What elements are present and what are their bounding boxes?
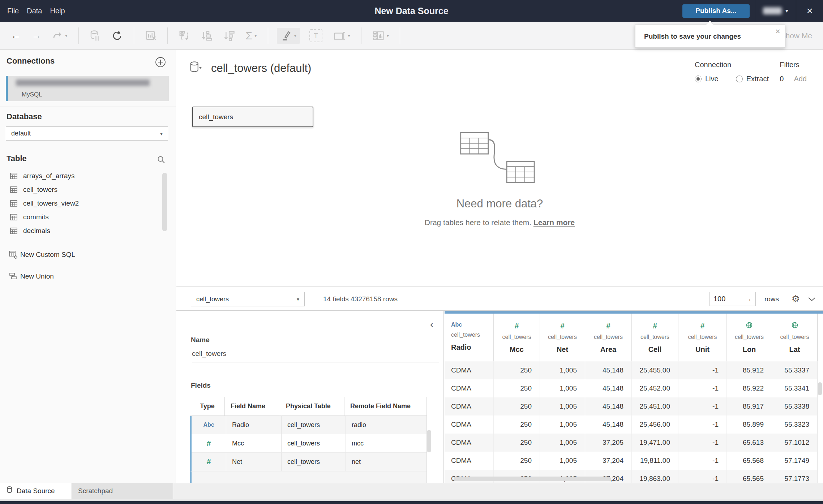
- grid-cell: 19,863.00: [632, 470, 678, 483]
- collapse-grid-chevron[interactable]: [808, 287, 816, 311]
- filters-add-button[interactable]: Add: [794, 75, 807, 83]
- cell-towers-table-card[interactable]: cell_towers: [192, 107, 313, 127]
- learn-more-link[interactable]: Learn more: [533, 218, 575, 227]
- grid-row[interactable]: CDMA2501,00545,14825,452.00-185.92255.33…: [445, 379, 818, 397]
- collapse-pane-icon[interactable]: ‹: [430, 319, 433, 330]
- table-name: decimals: [23, 227, 50, 235]
- tooltip-close-icon[interactable]: ×: [775, 26, 780, 36]
- grid-column-header[interactable]: #cell_towersMcc: [494, 314, 540, 361]
- datasource-pause-icon: [90, 30, 100, 42]
- statusbar-bottom-bar: [0, 501, 823, 504]
- grid-column-header[interactable]: cell_towersLon: [727, 314, 772, 361]
- sidebar-table-item[interactable]: cell_towers_view2: [0, 197, 176, 210]
- fields-row[interactable]: #Netcell_towersnet: [190, 453, 426, 471]
- fit-selector-icon: ▾: [333, 30, 350, 41]
- grid-column-name: Lat: [772, 345, 817, 354]
- grid-column-header[interactable]: Abccell_towersRadio: [445, 314, 494, 361]
- sidebar-table-item[interactable]: cell_towers: [0, 183, 176, 197]
- apply-arrow-icon[interactable]: →: [745, 295, 752, 303]
- number-type-icon: #: [207, 439, 211, 448]
- grid-row[interactable]: CDMA2501,00545,14825,456.00-185.89955.33…: [445, 415, 818, 434]
- grid-column-header[interactable]: #cell_towersNet: [540, 314, 585, 361]
- chevron-down-icon: ▾: [348, 33, 350, 38]
- extract-radio[interactable]: Extract: [736, 75, 769, 83]
- grid-column-header[interactable]: #cell_towersUnit: [678, 314, 727, 361]
- grid-row[interactable]: CDMA2501,00545,14825,451.00-185.91755.33…: [445, 397, 818, 415]
- fields-scrollbar[interactable]: [427, 430, 431, 452]
- grid-column-name: Cell: [632, 345, 678, 354]
- add-connection-icon[interactable]: [155, 56, 166, 69]
- grid-cell: 45,148: [585, 415, 632, 434]
- tab-scratchpad[interactable]: Scratchpad: [72, 483, 173, 499]
- grid-cell: CDMA: [445, 379, 494, 397]
- publish-as-button[interactable]: Publish As...: [682, 4, 750, 18]
- grid-row[interactable]: CDMA2501,00545,14825,455.00-185.91255.33…: [445, 361, 818, 379]
- grid-cell: 37,204: [585, 452, 632, 470]
- field-name-cell: Radio: [226, 416, 282, 434]
- sidebar-table-item[interactable]: commits: [0, 210, 176, 224]
- database-select[interactable]: default ▾: [6, 126, 168, 141]
- sidebar-scrollbar[interactable]: [162, 173, 167, 231]
- grid-cell: 57.1012: [772, 434, 818, 452]
- new-union-label: New Union: [20, 272, 54, 280]
- table-heading: Table: [7, 154, 27, 163]
- field-type-cell: Abc: [192, 416, 226, 434]
- chevron-down-icon: ▾: [254, 33, 257, 38]
- datasource-db-icon[interactable]: [189, 61, 202, 76]
- physical-table-cell: cell_towers: [282, 416, 346, 434]
- grid-cell: 85.899: [727, 415, 772, 434]
- live-radio[interactable]: Live: [695, 75, 719, 83]
- radio-selected-icon: [695, 76, 702, 82]
- fields-row[interactable]: AbcRadiocell_towersradio: [190, 416, 426, 434]
- grid-column-header[interactable]: cell_towersLat: [772, 314, 818, 361]
- grid-horizontal-scrollbar[interactable]: [454, 477, 611, 481]
- fields-row[interactable]: #Mcccell_towersmcc: [190, 434, 426, 453]
- sidebar-table-item[interactable]: decimals: [0, 224, 176, 238]
- grid-row[interactable]: CDMA2501,00537,20519,471.00-165.61357.10…: [445, 434, 818, 452]
- menu-data[interactable]: Data: [27, 7, 42, 15]
- grid-cell: -1: [678, 470, 727, 483]
- rows-label: rows: [764, 287, 779, 311]
- gear-icon[interactable]: ⚙: [792, 287, 800, 311]
- fields-col-type: Type: [190, 397, 225, 416]
- scratchpad-tab-label: Scratchpad: [78, 487, 113, 495]
- empty-state-subtitle: Drag tables here to relate them. Learn m…: [176, 218, 823, 227]
- row-limit-input[interactable]: 100 →: [710, 292, 756, 306]
- close-window-icon[interactable]: ×: [796, 0, 823, 22]
- grid-body: CDMA2501,00545,14825,455.00-185.91255.33…: [445, 361, 818, 483]
- union-icon: [9, 272, 20, 281]
- connection-label: Connection: [695, 61, 769, 69]
- new-union-button[interactable]: New Union: [0, 270, 54, 283]
- name-input[interactable]: cell_towers: [192, 350, 439, 362]
- chevron-down-icon: ▾: [294, 33, 297, 38]
- undo-icon[interactable]: ←: [11, 30, 21, 41]
- sidebar-table-item[interactable]: arrays_of_arrays: [0, 169, 176, 183]
- chevron-down-icon: ▾: [160, 131, 163, 137]
- search-icon[interactable]: [157, 155, 166, 165]
- new-custom-sql-button[interactable]: New Custom SQL: [0, 248, 75, 262]
- connection-item-mysql[interactable]: MySQL: [6, 76, 169, 101]
- database-selected-value: default: [11, 130, 31, 137]
- grid-vertical-scrollbar[interactable]: [818, 382, 822, 395]
- geo-type-icon: [746, 322, 753, 329]
- chevron-down-icon: ▾: [387, 33, 389, 38]
- string-type-icon: Abc: [451, 322, 462, 328]
- grid-cell: 45,148: [585, 379, 632, 397]
- grid-column-name: Mcc: [494, 345, 540, 354]
- menu-file[interactable]: File: [7, 7, 19, 15]
- radio-unselected-icon: [736, 76, 743, 82]
- menu-help[interactable]: Help: [50, 7, 65, 15]
- show-me-button[interactable]: Show Me: [780, 22, 812, 50]
- remote-field-name-cell: mcc: [346, 434, 427, 453]
- grid-cell: -1: [678, 397, 727, 415]
- swap-rows-columns-icon: [179, 30, 190, 42]
- refresh-icon[interactable]: [111, 30, 123, 42]
- grid-cell: 65.613: [727, 434, 772, 452]
- grid-column-header[interactable]: #cell_towersArea: [585, 314, 632, 361]
- grid-column-header[interactable]: #cell_towersCell: [632, 314, 678, 361]
- grid-row[interactable]: CDMA2501,00537,20419,811.00-165.56857.17…: [445, 452, 818, 470]
- highlight-tool-active[interactable]: ▾: [277, 28, 300, 44]
- account-menu[interactable]: ▾: [755, 7, 796, 14]
- tab-data-source[interactable]: Data Source: [0, 483, 72, 499]
- table-dropdown[interactable]: cell_towers ▾: [191, 292, 305, 306]
